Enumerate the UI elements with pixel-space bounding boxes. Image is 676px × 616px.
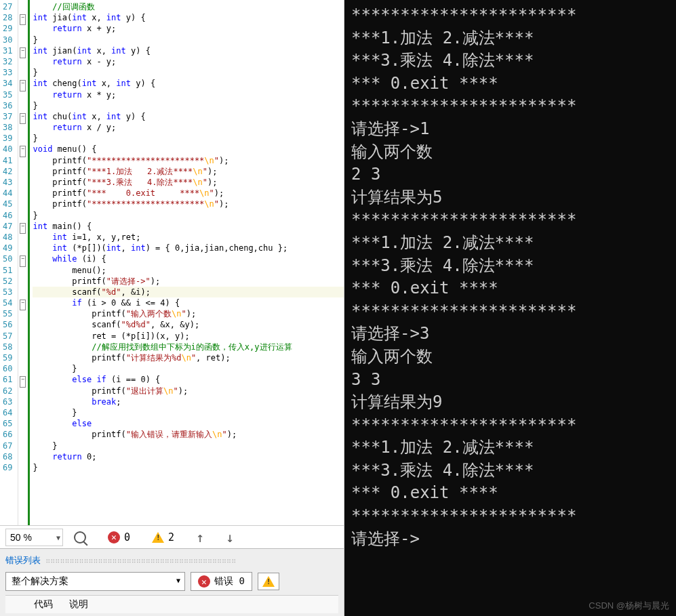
code-line[interactable]: return 0;: [33, 451, 344, 462]
code-line[interactable]: while (i) {: [33, 253, 344, 264]
find-icon[interactable]: [74, 531, 86, 543]
console-line: *** 0.exit ****: [351, 73, 669, 96]
warnings-filter-button[interactable]: [258, 573, 279, 590]
warning-icon: [152, 532, 164, 543]
console-line: ***1.加法 2.减法****: [351, 232, 669, 255]
code-line[interactable]: ret = (*p[i])(x, y);: [33, 331, 344, 342]
code-line[interactable]: menu();: [33, 265, 344, 276]
line-gutter: 2728293031323334353637383940414243444546…: [0, 0, 18, 525]
console-line: ***3.乘法 4.除法****: [351, 459, 669, 482]
code-line[interactable]: printf("退出计算\n");: [33, 386, 344, 396]
console-line: 3 3: [351, 369, 669, 392]
code-line[interactable]: printf("计算结果为%d\n", ret);: [33, 352, 344, 363]
code-line[interactable]: }: [33, 35, 344, 45]
code-line[interactable]: int cheng(int x, int y) {: [33, 78, 344, 89]
code-line[interactable]: }: [33, 133, 344, 144]
warning-icon: [262, 576, 275, 587]
code-line[interactable]: int jia(int x, int y) {: [33, 12, 344, 23]
code-line[interactable]: int jian(int x, int y) {: [33, 45, 344, 56]
console-line: 请选择->1: [351, 118, 669, 141]
console-line: ***********************: [351, 209, 669, 232]
code-line[interactable]: printf("请选择->");: [33, 276, 344, 287]
console-line: 计算结果为5: [351, 186, 669, 209]
error-toolbar: 整个解决方案 ▼ ✕ 错误 0: [5, 572, 338, 595]
code-line[interactable]: scanf("%d%d", &x, &y);: [33, 319, 344, 330]
console-line: ***********************: [351, 300, 669, 323]
code-line[interactable]: int i=1, x, y,ret;: [33, 232, 344, 243]
console-line: ***3.乘法 4.除法****: [351, 49, 669, 73]
code-line[interactable]: else if (i == 0) {: [33, 374, 344, 385]
editor-panel: 2728293031323334353637383940414243444546…: [0, 0, 344, 616]
zoom-input[interactable]: [5, 529, 63, 546]
code-line[interactable]: printf("***********************\n");: [33, 155, 344, 166]
console-line: *** 0.exit ****: [351, 277, 669, 300]
nav-up-icon[interactable]: ↑: [196, 529, 204, 546]
code-line[interactable]: int chu(int x, int y) {: [33, 111, 344, 122]
col-desc[interactable]: 说明: [61, 598, 96, 611]
code-line[interactable]: //回调函数: [33, 1, 344, 12]
code-line[interactable]: }: [33, 67, 344, 78]
console-line: 请选择->3: [351, 323, 669, 346]
error-list-panel: 错误列表 ∷∷∷∷∷∷∷∷∷∷∷∷∷∷∷∷∷∷∷∷∷∷∷∷∷∷∷∷∷∷∷∷∷∷∷…: [0, 548, 344, 616]
code-line[interactable]: }: [33, 363, 344, 374]
code-line[interactable]: else: [33, 418, 344, 429]
console-line: ***********************: [351, 414, 669, 437]
console-line: 输入两个数: [351, 346, 669, 369]
code-line[interactable]: }: [33, 462, 344, 473]
code-line[interactable]: }: [33, 440, 344, 451]
error-list-title: 错误列表 ∷∷∷∷∷∷∷∷∷∷∷∷∷∷∷∷∷∷∷∷∷∷∷∷∷∷∷∷∷∷∷∷∷∷∷…: [5, 552, 338, 572]
code-line[interactable]: int (*p[])(int, int) = { 0,jia,jian,chen…: [33, 243, 344, 253]
code-editor[interactable]: 2728293031323334353637383940414243444546…: [0, 0, 344, 525]
nav-down-icon[interactable]: ↓: [226, 529, 234, 546]
code-line[interactable]: return x + y;: [33, 23, 344, 34]
scope-combo[interactable]: 整个解决方案 ▼: [5, 572, 185, 591]
warning-count[interactable]: 2: [152, 531, 174, 543]
code-line[interactable]: }: [33, 210, 344, 221]
code-line[interactable]: break;: [33, 396, 344, 407]
console-line: ***********************: [351, 95, 669, 118]
console-line: ***********************: [351, 505, 669, 528]
code-line[interactable]: scanf("%d", &i);: [33, 287, 344, 297]
code-lines[interactable]: //回调函数int jia(int x, int y) { return x +…: [28, 0, 344, 525]
error-count[interactable]: ✕ 0: [108, 531, 130, 543]
code-line[interactable]: printf("***********************\n");: [33, 199, 344, 209]
console-line: 2 3: [351, 163, 669, 186]
code-line[interactable]: }: [33, 407, 344, 418]
zoom-combo[interactable]: ▼: [5, 529, 63, 546]
code-line[interactable]: printf("输入错误，请重新输入\n");: [33, 429, 344, 440]
console-line: ***********************: [351, 4, 669, 27]
code-line[interactable]: if (i > 0 && i <= 4) {: [33, 297, 344, 308]
code-line[interactable]: }: [33, 100, 344, 111]
code-line[interactable]: printf("*** 0.exit ****\n");: [33, 188, 344, 199]
code-line[interactable]: printf("输入两个数\n");: [33, 308, 344, 319]
code-line[interactable]: //解应用找到数组中下标为i的函数，传入x,y进行运算: [33, 342, 344, 352]
chevron-down-icon: ▼: [176, 577, 180, 584]
console-line: *** 0.exit ****: [351, 482, 669, 505]
console-line: 输入两个数: [351, 141, 669, 164]
code-line[interactable]: printf("***3.乘法 4.除法****\n");: [33, 177, 344, 188]
console-line: 请选择->: [351, 528, 669, 551]
code-line[interactable]: return x / y;: [33, 122, 344, 133]
console-line: 计算结果为9: [351, 391, 669, 414]
editor-status-bar: ▼ ✕ 0 2 ↑ ↓: [0, 525, 344, 548]
console-output[interactable]: **************************1.加法 2.减法*****…: [344, 0, 676, 616]
watermark: CSDN @杨树与晨光: [589, 600, 669, 612]
col-code[interactable]: 代码: [26, 598, 61, 611]
error-icon: ✕: [198, 575, 210, 588]
fold-column[interactable]: −−−−−−−−−: [18, 0, 28, 525]
code-line[interactable]: printf("***1.加法 2.减法****\n");: [33, 166, 344, 177]
error-columns-header: 代码 说明: [5, 595, 338, 613]
code-line[interactable]: return x - y;: [33, 56, 344, 67]
code-line[interactable]: return x * y;: [33, 89, 344, 100]
console-line: ***1.加法 2.减法****: [351, 436, 669, 459]
code-line[interactable]: void menu() {: [33, 144, 344, 155]
console-line: ***3.乘法 4.除法****: [351, 255, 669, 278]
errors-filter-button[interactable]: ✕ 错误 0: [191, 572, 252, 591]
error-icon: ✕: [108, 531, 120, 543]
console-line: ***1.加法 2.减法****: [351, 27, 669, 50]
chevron-down-icon: ▼: [56, 533, 60, 541]
code-line[interactable]: int main() {: [33, 221, 344, 232]
